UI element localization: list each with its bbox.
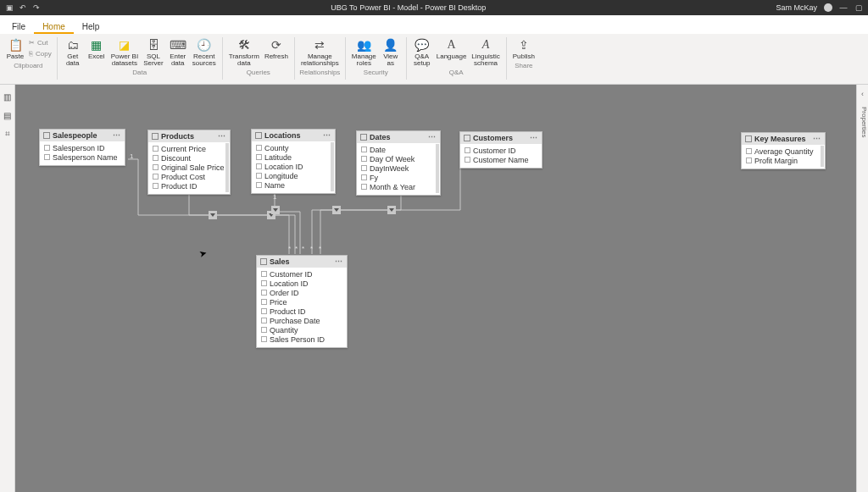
scrollbar[interactable]: [225, 143, 229, 192]
table-products[interactable]: Products⋯ Current Price Discount Origina…: [147, 130, 231, 195]
field-row[interactable]: Price: [257, 297, 347, 307]
pbi-datasets-button[interactable]: ◪Power BI datasets: [108, 36, 141, 69]
recent-sources-button[interactable]: 🕘Recent sources: [190, 36, 219, 69]
linguistic-schema-button[interactable]: ALinguistic schema: [469, 36, 502, 69]
model-view-icon[interactable]: ⌗: [3, 129, 13, 139]
paste-button[interactable]: 📋 Paste: [3, 36, 27, 62]
field-row[interactable]: Location ID: [257, 279, 347, 288]
model-canvas[interactable]: 1 1 1 * * * * * Salespeople⋯ Salesperson…: [15, 85, 856, 492]
sql-server-button[interactable]: 🗄SQL Server: [141, 36, 166, 69]
table-menu-icon[interactable]: ⋯: [428, 133, 437, 141]
field-row[interactable]: Name: [252, 180, 335, 190]
manage-roles-button[interactable]: 👥Manage roles: [349, 36, 379, 69]
redo-icon[interactable]: ↷: [32, 3, 41, 12]
user-name[interactable]: Sam McKay: [776, 3, 817, 12]
field-row[interactable]: DayInWeek: [357, 163, 440, 173]
field-label: Date: [370, 146, 386, 154]
field-row[interactable]: Product ID: [148, 181, 230, 191]
field-row[interactable]: Original Sale Price: [148, 163, 230, 172]
enter-data-button[interactable]: ⌨Enter data: [166, 36, 190, 69]
table-menu-icon[interactable]: ⋯: [335, 257, 343, 266]
table-sales[interactable]: Sales⋯ Customer ID Location ID Order ID …: [256, 255, 348, 348]
field-row[interactable]: Customer ID: [460, 146, 542, 155]
save-icon[interactable]: ▣: [5, 3, 14, 12]
field-row[interactable]: Product Cost: [148, 172, 230, 181]
field-row[interactable]: Date: [357, 145, 440, 154]
field-icon: [361, 146, 367, 152]
field-row[interactable]: Fy: [357, 173, 440, 182]
table-menu-icon[interactable]: ⋯: [113, 131, 121, 140]
table-dates[interactable]: Dates⋯ Date Day Of Week DayInWeek Fy Mon…: [356, 130, 441, 196]
transform-data-button[interactable]: 🛠Transform data: [226, 36, 262, 69]
field-row[interactable]: Customer ID: [257, 269, 347, 279]
qa-setup-button[interactable]: 💬Q&A setup: [410, 36, 434, 69]
scrollbar[interactable]: [821, 146, 824, 167]
field-icon: [44, 154, 50, 160]
menu-file[interactable]: File: [3, 19, 34, 34]
avatar-icon[interactable]: [824, 3, 832, 12]
field-label: Order ID: [270, 289, 299, 297]
field-icon: [153, 183, 159, 189]
field-label: Quantity: [270, 326, 298, 334]
field-row[interactable]: Profit Margin: [742, 156, 825, 165]
table-locations[interactable]: Locations⋯ County Latitude Location ID L…: [251, 129, 336, 194]
field-row[interactable]: Location ID: [252, 162, 335, 171]
field-row[interactable]: Purchase Date: [257, 316, 347, 325]
publish-label: Publish: [513, 53, 535, 60]
excel-button[interactable]: ▦Excel: [85, 36, 108, 62]
refresh-button[interactable]: ⟳Refresh: [262, 36, 291, 62]
table-customers[interactable]: Customers⋯ Customer ID Customer Name: [459, 131, 542, 169]
field-row[interactable]: County: [252, 143, 335, 152]
cut-button[interactable]: ✂Cut: [27, 37, 53, 47]
field-row[interactable]: Sales Person ID: [257, 334, 347, 344]
table-key-measures[interactable]: Key Measures⋯ Average Quantity Profit Ma…: [741, 132, 826, 169]
field-row[interactable]: Day Of Week: [357, 154, 440, 163]
table-menu-icon[interactable]: ⋯: [218, 132, 226, 141]
menu-help[interactable]: Help: [74, 19, 108, 34]
field-row[interactable]: Order ID: [257, 288, 347, 297]
table-menu-icon[interactable]: ⋯: [530, 134, 538, 142]
menu-home[interactable]: Home: [34, 19, 74, 34]
ribbon-group-security: 👥Manage roles 👤View as Security: [346, 34, 406, 84]
menu-bar: File Home Help: [0, 15, 868, 34]
field-row[interactable]: Customer Name: [460, 155, 542, 164]
field-icon: [746, 148, 752, 154]
field-row[interactable]: Discount: [148, 153, 230, 163]
field-row[interactable]: Current Price: [148, 144, 230, 153]
excel-label: Excel: [88, 53, 105, 60]
table-icon: [360, 134, 367, 141]
field-row[interactable]: Product ID: [257, 307, 347, 316]
view-as-button[interactable]: 👤View as: [379, 36, 403, 69]
undo-icon[interactable]: ↶: [19, 3, 27, 12]
copy-label: Copy: [36, 50, 52, 58]
report-view-icon[interactable]: ▥: [3, 91, 13, 102]
group-label-share: Share: [510, 62, 537, 70]
field-row[interactable]: Latitude: [252, 152, 335, 162]
filter-direction-icon: [332, 206, 341, 214]
field-row[interactable]: Salesperson ID: [40, 143, 125, 152]
publish-button[interactable]: ⇪Publish: [510, 36, 537, 62]
language-button[interactable]: ALanguage: [434, 36, 470, 62]
field-row[interactable]: Average Quantity: [742, 146, 825, 156]
field-row[interactable]: Longitude: [252, 171, 335, 180]
field-row[interactable]: Month & Year: [357, 182, 440, 191]
data-view-icon[interactable]: ▤: [3, 110, 13, 120]
table-menu-icon[interactable]: ⋯: [813, 135, 821, 143]
properties-pane-collapsed[interactable]: ‹ Properties: [856, 85, 868, 492]
field-icon: [261, 318, 267, 323]
manage-relationships-button[interactable]: ⇄Manage relationships: [298, 36, 342, 69]
field-label: Location ID: [270, 279, 309, 288]
scrollbar[interactable]: [436, 144, 439, 193]
table-salespeople[interactable]: Salespeople⋯ Salesperson ID Salesperson …: [39, 129, 125, 166]
copy-button[interactable]: ⎘Copy: [27, 48, 53, 58]
field-row[interactable]: Quantity: [257, 325, 347, 334]
field-label: County: [264, 144, 289, 152]
table-menu-icon[interactable]: ⋯: [323, 131, 331, 140]
restore-button[interactable]: ▢: [854, 3, 863, 12]
expand-properties-icon[interactable]: ‹: [857, 90, 868, 98]
minimize-button[interactable]: —: [839, 3, 848, 12]
scrollbar[interactable]: [331, 142, 334, 191]
field-row[interactable]: Salesperson Name: [40, 152, 125, 162]
get-data-button[interactable]: 🗂Get data: [61, 36, 85, 69]
copy-icon: ⎘: [29, 50, 33, 58]
